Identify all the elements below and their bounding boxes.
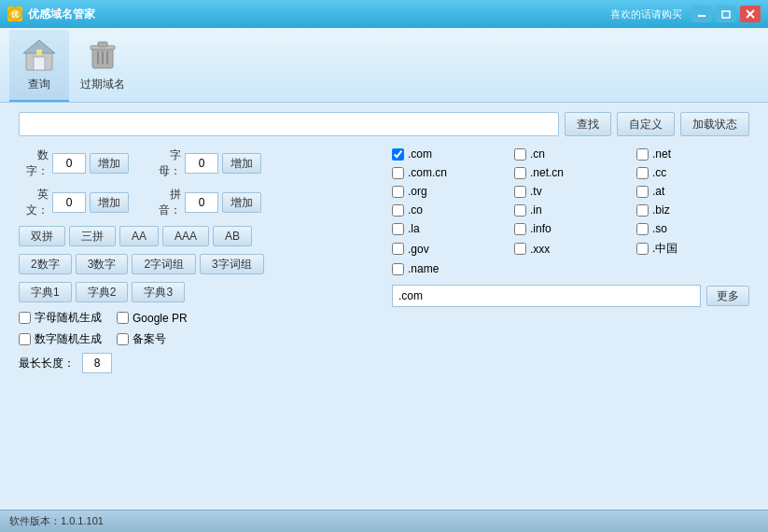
maximize-button[interactable]: [716, 6, 736, 22]
ext-com-checkbox[interactable]: [392, 148, 404, 161]
ext-cn-item[interactable]: .cn: [514, 147, 627, 161]
ext-at-item[interactable]: .at: [636, 185, 749, 198]
random-num-label: 数字随机生成: [35, 331, 102, 347]
ext-cc-checkbox[interactable]: [636, 167, 649, 179]
close-button[interactable]: [740, 6, 761, 22]
extension-grid: .com .cn .net .com.cn .net.cn: [392, 147, 749, 275]
ext-net-item[interactable]: .net: [636, 147, 749, 161]
three-word-group-button[interactable]: 3字词组: [200, 254, 264, 274]
ext-gov-checkbox[interactable]: [392, 243, 404, 255]
ext-cn-checkbox[interactable]: [514, 148, 526, 161]
maxlen-row: 最长长度：: [19, 353, 373, 373]
ext-org-label: .org: [408, 185, 427, 198]
num-add-button[interactable]: 增加: [90, 153, 129, 174]
minimize-button[interactable]: [691, 6, 712, 22]
dict2-button[interactable]: 字典2: [76, 282, 129, 302]
dict3-button[interactable]: 字典3: [132, 282, 185, 302]
ext-zhongguo-item[interactable]: .中国: [636, 241, 749, 257]
beian-checkbox-item[interactable]: 备案号: [117, 331, 166, 347]
beian-label: 备案号: [133, 331, 166, 347]
ext-netcn-item[interactable]: .net.cn: [514, 166, 627, 179]
en-add-button[interactable]: 增加: [90, 192, 129, 213]
pinyin-input[interactable]: [185, 192, 218, 213]
custom-button[interactable]: 自定义: [617, 112, 675, 136]
beian-checkbox[interactable]: [117, 333, 129, 345]
ext-name-item[interactable]: .name: [392, 262, 505, 275]
ext-la-checkbox[interactable]: [392, 223, 404, 235]
checkbox-row-2: 数字随机生成 备案号: [19, 331, 373, 347]
search-row: 查找 自定义 加载状态: [19, 112, 749, 136]
ext-cc-item[interactable]: .cc: [636, 166, 749, 179]
ext-net-checkbox[interactable]: [636, 148, 649, 161]
ab-button[interactable]: AB: [213, 226, 252, 246]
ext-in-checkbox[interactable]: [514, 204, 526, 217]
pattern-btn-group: 双拼 三拼 AA AAA AB: [19, 226, 373, 246]
letter-add-button[interactable]: 增加: [222, 153, 261, 174]
ext-netcn-checkbox[interactable]: [514, 167, 526, 179]
ext-comcn-item[interactable]: .com.cn: [392, 166, 505, 179]
query-icon: [21, 35, 58, 73]
shuangpin-button[interactable]: 双拼: [19, 226, 65, 246]
search-input[interactable]: [19, 112, 559, 136]
num-input[interactable]: [52, 153, 86, 174]
ext-info-checkbox[interactable]: [514, 223, 526, 235]
ext-at-checkbox[interactable]: [636, 186, 649, 198]
title-bar: 优 优感域名管家 喜欢的话请购买: [0, 0, 768, 28]
more-button[interactable]: 更多: [706, 286, 749, 306]
google-pr-checkbox[interactable]: [117, 312, 129, 324]
ext-biz-checkbox[interactable]: [636, 204, 649, 217]
load-status-button[interactable]: 加载状态: [680, 112, 749, 136]
ext-zhongguo-checkbox[interactable]: [636, 243, 649, 255]
random-letter-checkbox[interactable]: [19, 312, 31, 324]
maxlen-input[interactable]: [82, 353, 112, 373]
ext-com-item[interactable]: .com: [392, 147, 505, 161]
ext-in-item[interactable]: .in: [514, 203, 627, 217]
ext-xxx-item[interactable]: .xxx: [514, 241, 627, 257]
ext-org-checkbox[interactable]: [392, 186, 404, 198]
pinyin-add-button[interactable]: 增加: [222, 192, 261, 213]
aaa-button[interactable]: AAA: [162, 226, 209, 246]
window-controls: [691, 6, 761, 22]
ext-so-checkbox[interactable]: [636, 223, 649, 235]
svg-rect-9: [36, 49, 42, 55]
toolbar-item-expired[interactable]: 过期域名: [69, 30, 136, 102]
letter-input[interactable]: [185, 153, 218, 174]
app-icon: 优: [7, 7, 22, 21]
random-num-checkbox[interactable]: [19, 333, 31, 345]
ext-biz-item[interactable]: .biz: [636, 203, 749, 217]
en-pinyin-row: 英文： 增加 拼音： 增加: [19, 187, 373, 218]
ext-comcn-checkbox[interactable]: [392, 167, 404, 179]
two-digit-button[interactable]: 2数字: [19, 254, 72, 274]
two-word-group-button[interactable]: 2字词组: [132, 254, 196, 274]
en-input[interactable]: [52, 192, 86, 213]
ext-org-item[interactable]: .org: [392, 185, 505, 198]
random-num-checkbox-item[interactable]: 数字随机生成: [19, 331, 102, 347]
custom-ext-row: 更多: [392, 285, 749, 307]
google-pr-checkbox-item[interactable]: Google PR: [117, 312, 188, 325]
toolbar-item-query[interactable]: 查询: [9, 30, 69, 102]
ext-co-item[interactable]: .co: [392, 203, 505, 217]
custom-ext-input[interactable]: [392, 285, 701, 307]
ext-tv-item[interactable]: .tv: [514, 185, 627, 198]
ext-gov-item[interactable]: .gov: [392, 241, 505, 257]
checkbox-row-1: 字母随机生成 Google PR: [19, 310, 373, 326]
google-pr-label: Google PR: [133, 312, 188, 325]
ext-info-item[interactable]: .info: [514, 222, 627, 235]
svg-text:优: 优: [10, 10, 20, 19]
dict1-button[interactable]: 字典1: [19, 282, 72, 302]
ext-info-label: .info: [530, 222, 552, 235]
ext-xxx-checkbox[interactable]: [514, 243, 526, 255]
search-button[interactable]: 查找: [565, 112, 611, 136]
ext-so-item[interactable]: .so: [636, 222, 749, 235]
main-grid: 数字： 增加 字母： 增加 英文： 增加 拼音： 增加 双拼: [19, 147, 749, 373]
ext-com-label: .com: [408, 147, 432, 161]
ext-la-item[interactable]: .la: [392, 222, 505, 235]
sanpin-button[interactable]: 三拼: [69, 226, 116, 246]
three-digit-button[interactable]: 3数字: [76, 254, 129, 274]
aa-button[interactable]: AA: [119, 226, 159, 246]
random-letter-checkbox-item[interactable]: 字母随机生成: [19, 310, 102, 326]
ext-tv-checkbox[interactable]: [514, 186, 526, 198]
ext-zhongguo-label: .中国: [652, 241, 677, 257]
ext-co-checkbox[interactable]: [392, 204, 404, 217]
ext-name-checkbox[interactable]: [392, 263, 404, 275]
